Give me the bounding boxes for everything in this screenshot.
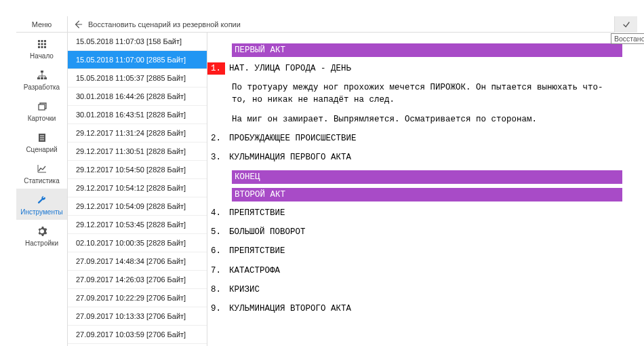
backup-item[interactable]: 29.12.2017 11:30:51 [2828 Байт] (68, 142, 207, 161)
act-header: ВТОРОЙ АКТ (232, 188, 622, 201)
svg-rect-7 (41, 46, 43, 48)
sidebar-item-label: Инструменты (20, 208, 62, 216)
action-paragraph: По тротуару между ног прохожих мечется П… (232, 81, 618, 106)
scene-heading: 5. БОЛЬШОЙ ПОВОРОТ (207, 226, 622, 238)
svg-rect-3 (38, 43, 40, 45)
arrow-left-icon (73, 20, 83, 29)
backup-item[interactable]: 15.05.2018 11:07:03 [158 Байт] (68, 33, 207, 51)
backup-item[interactable]: 27.09.2017 10:22:29 [2706 Байт] (68, 289, 207, 307)
backup-item[interactable]: 15.05.2018 11:07:00 [2885 Байт] (68, 51, 207, 69)
backup-item[interactable]: 02.10.2017 10:00:35 [2828 Байт] (68, 234, 207, 252)
sidebar-item-tools[interactable]: Инструменты (16, 189, 67, 220)
end-marker: КОНЕЦ (232, 170, 622, 184)
svg-rect-2 (44, 40, 46, 42)
sidebar-item-label: Карточки (28, 115, 56, 122)
scene-heading: 6. ПРЕПЯТСТВИЕ (207, 245, 622, 257)
backup-item[interactable]: 29.12.2017 11:31:24 [2828 Байт] (68, 124, 207, 142)
scene-heading: 2. ПРОБУЖДАЮЩЕЕ ПРОИСШЕСТВИЕ (207, 132, 622, 145)
sidebar-item-label: Сценарий (26, 146, 57, 153)
sidebar-item-cards[interactable]: Карточки (16, 95, 67, 126)
backup-item[interactable]: 27.09.2017 10:13:33 [2706 Байт] (68, 307, 207, 326)
svg-rect-6 (38, 46, 40, 48)
svg-rect-0 (38, 40, 40, 42)
backup-item[interactable]: 15.05.2018 11:05:37 [2885 Байт] (68, 69, 207, 88)
sidebar-item-label: Настройки (25, 239, 58, 247)
sidebar-item-script[interactable]: Сценарий (16, 126, 67, 157)
scene-title: БОЛЬШОЙ ПОВОРОТ (225, 226, 306, 238)
backup-item[interactable]: 29.12.2017 10:54:12 [2828 Байт] (68, 179, 207, 197)
tree-icon (36, 69, 48, 81)
scene-title: ПРОБУЖДАЮЩЕЕ ПРОИСШЕСТВИЕ (225, 132, 357, 145)
scene-number: 1. (207, 62, 225, 75)
sidebar-item-label: Разработка (24, 83, 60, 91)
scene-heading: 9. КУЛЬМИНАЦИЯ ВТОРОГО АКТА (207, 303, 622, 315)
sidebar-item-start[interactable]: Начало (16, 33, 67, 64)
scene-heading: 4. ПРЕПЯТСТВИЕ (207, 207, 622, 219)
sidebar-item-label: Статистика (24, 177, 60, 185)
backup-item[interactable]: 30.01.2018 16:44:26 [2828 Байт] (68, 88, 207, 106)
backup-item[interactable]: 29.12.2017 10:53:45 [2828 Байт] (68, 216, 207, 234)
sidebar: Меню Начало Разработка Карточки Сценарий… (16, 16, 68, 346)
scene-heading: 3. КУЛЬМИНАЦИЯ ПЕРВОГО АКТА (207, 151, 622, 164)
header: Восстановить сценарий из резервной копии… (68, 16, 637, 33)
scene-number: 3. (207, 151, 225, 164)
scene-title: ПРЕПЯТСТВИЕ (225, 207, 285, 219)
svg-rect-4 (41, 43, 43, 45)
backup-item[interactable]: 27.09.2017 14:48:34 [2706 Байт] (68, 252, 207, 271)
scene-title: КУЛЬМИНАЦИЯ ВТОРОГО АКТА (225, 303, 351, 315)
tooltip: Восстаноить сценарий (611, 33, 644, 44)
scene-title: КАТАСТРОФА (225, 265, 280, 277)
scene-title: КУЛЬМИНАЦИЯ ПЕРВОГО АКТА (225, 151, 351, 164)
check-icon (622, 20, 631, 29)
confirm-restore-button[interactable]: Восстаноить сценарий (614, 16, 637, 33)
scene-number: 9. (207, 303, 225, 315)
scene-number: 6. (207, 245, 225, 257)
svg-rect-10 (37, 77, 40, 79)
grid-icon (36, 38, 48, 50)
scene-title: КРИЗИС (225, 284, 260, 296)
backup-item[interactable]: 30.01.2018 16:43:51 [2828 Байт] (68, 106, 207, 124)
page-title: Восстановить сценарий из резервной копии (88, 20, 609, 28)
script-preview: ПЕРВЫЙ АКТ 1. НАТ. УЛИЦА ГОРОДА - ДЕНЬ П… (207, 33, 637, 346)
scene-heading: 8. КРИЗИС (207, 284, 622, 296)
gear-icon (36, 225, 48, 237)
scene-heading: 1. НАТ. УЛИЦА ГОРОДА - ДЕНЬ (207, 62, 622, 75)
svg-rect-11 (41, 77, 43, 79)
scene-number: 8. (207, 284, 225, 296)
scene-number: 2. (207, 132, 225, 145)
backup-item[interactable]: 29.12.2017 10:54:50 [2828 Байт] (68, 161, 207, 179)
svg-rect-12 (44, 77, 47, 79)
scene-number: 5. (207, 226, 225, 238)
scene-title: НАТ. УЛИЦА ГОРОДА - ДЕНЬ (225, 62, 351, 75)
backup-item[interactable]: 27.09.2017 10:03:59 [2706 Байт] (68, 326, 207, 344)
sidebar-item-label: Начало (30, 52, 54, 60)
backup-item[interactable]: 29.12.2017 10:54:09 [2828 Байт] (68, 197, 207, 216)
sidebar-item-development[interactable]: Разработка (16, 64, 67, 95)
scene-title: ПРЕПЯТСТВИЕ (225, 245, 285, 257)
cards-icon (36, 100, 48, 113)
svg-rect-1 (41, 40, 43, 42)
backup-item[interactable]: 27.09.2017 14:26:03 [2706 Байт] (68, 271, 207, 289)
scene-heading: 7. КАТАСТРОФА (207, 265, 622, 277)
chart-icon (36, 163, 48, 175)
backup-list: 15.05.2018 11:07:03 [158 Байт]15.05.2018… (68, 33, 207, 346)
svg-rect-13 (39, 104, 45, 110)
document-icon (36, 132, 48, 144)
sidebar-item-statistics[interactable]: Статистика (16, 157, 67, 189)
sidebar-item-settings[interactable]: Настройки (16, 220, 67, 251)
wrench-icon (36, 194, 48, 206)
menu-button[interactable]: Меню (16, 16, 67, 33)
back-button[interactable] (68, 20, 88, 29)
action-paragraph: На миг он замирает. Выпрямляется. Осматр… (232, 113, 618, 126)
svg-rect-9 (41, 71, 43, 73)
scene-number: 4. (207, 207, 225, 219)
act-header: ПЕРВЫЙ АКТ (232, 43, 622, 57)
svg-rect-5 (44, 43, 46, 45)
svg-rect-8 (44, 46, 46, 48)
scene-number: 7. (207, 265, 225, 277)
